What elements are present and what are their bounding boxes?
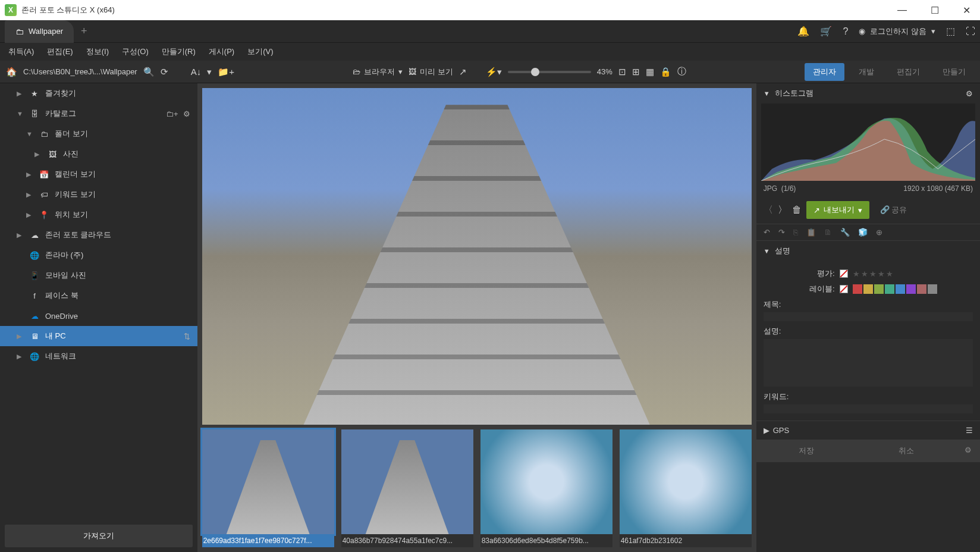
share-button[interactable]: 🔗 공유 <box>874 201 913 219</box>
color-swatch[interactable] <box>928 284 937 294</box>
nav-catalog[interactable]: ▼🗄카탈로그🗀+⚙ <box>0 104 197 124</box>
close-button[interactable]: ✕ <box>958 2 975 18</box>
color-swatch[interactable] <box>863 284 873 294</box>
wrench-icon[interactable]: 🔧 <box>840 228 850 237</box>
nav-label: OneDrive <box>45 312 78 321</box>
export-button[interactable]: ↗ 내보내기 ▾ <box>806 201 869 219</box>
keywords-input[interactable] <box>764 404 973 413</box>
gear-icon[interactable]: ⚙ <box>183 109 190 118</box>
color-swatch[interactable] <box>874 284 884 294</box>
nav-my-pc[interactable]: ▶🖥내 PC⇅ <box>0 326 197 346</box>
preview-area[interactable] <box>202 88 752 425</box>
nav-onedrive[interactable]: ☁OneDrive <box>0 306 197 326</box>
mode-editor[interactable]: 편집기 <box>888 63 928 81</box>
menu-organize[interactable]: 구성(O) <box>122 46 149 57</box>
info-icon[interactable]: ⓘ <box>677 66 686 77</box>
login-status[interactable]: ◉ 로그인하지 않음 ▾ <box>859 26 935 37</box>
menu-view[interactable]: 보기(V) <box>247 46 273 57</box>
help-icon[interactable]: ? <box>843 26 848 37</box>
sort-icon[interactable]: ⇅ <box>184 332 190 341</box>
menu-create[interactable]: 만들기(R) <box>162 46 196 57</box>
new-folder-icon[interactable]: 📁+ <box>218 67 234 77</box>
nav-zoner-cloud[interactable]: ▶☁존러 포토 클라우드 <box>0 225 197 245</box>
sort-icon[interactable]: A↓ <box>191 67 202 77</box>
thumbnail-item[interactable]: 2e669ad33f1fae1f7ee9870c727f... <box>202 429 334 547</box>
add-folder-icon[interactable]: 🗀+ <box>166 109 178 118</box>
fullscreen-icon[interactable]: ⛶ <box>966 26 975 37</box>
flash-icon[interactable]: ⚡▾ <box>486 67 502 77</box>
tab-wallpaper[interactable]: 🗀 Wallpaper <box>5 20 74 43</box>
rotate-left-icon[interactable]: ↶ <box>764 228 770 237</box>
delete-button[interactable]: 🗑 <box>792 205 802 215</box>
thumbnail-item[interactable]: 83a66306d6ed8e5b4d8f5e759b... <box>480 429 612 547</box>
thumbnail-name: 461af7db2b231602 <box>620 534 752 547</box>
no-label-icon[interactable] <box>840 285 848 293</box>
maximize-button[interactable]: ☐ <box>926 2 944 18</box>
browser-mode-button[interactable]: 🗁 브라우저 ▾ <box>353 67 403 77</box>
mode-manager[interactable]: 관리자 <box>805 63 844 81</box>
zoom-slider[interactable] <box>508 71 591 73</box>
color-swatch[interactable] <box>917 284 926 294</box>
color-swatch[interactable] <box>853 284 862 294</box>
grid-icon[interactable]: ▦ <box>646 67 654 77</box>
histogram-header[interactable]: ▼ 히스토그램 ⚙ <box>756 83 980 104</box>
import-button[interactable]: 가져오기 <box>5 525 193 547</box>
cancel-button[interactable]: 취소 <box>856 440 956 462</box>
external-icon[interactable]: ↗ <box>459 67 467 77</box>
cloud-icon: ☁ <box>29 231 40 240</box>
menu-publish[interactable]: 게시(P) <box>209 46 234 57</box>
nav-label: 사진 <box>63 149 78 159</box>
refresh-icon[interactable]: ⟳ <box>161 67 168 77</box>
prev-button[interactable]: 〈 <box>764 204 773 217</box>
home-icon[interactable]: 🏠 <box>6 67 17 77</box>
nav-mobile[interactable]: 📱모바일 사진 <box>0 265 197 286</box>
sort-options-icon[interactable]: ▾ <box>207 67 212 77</box>
actual-size-icon[interactable]: ⊞ <box>632 67 640 77</box>
cart-icon[interactable]: 🛒 <box>820 26 832 37</box>
rotate-right-icon[interactable]: ↷ <box>778 228 785 237</box>
path-display[interactable]: C:\Users\B0N_treeJ\...\Wallpaper <box>23 67 137 76</box>
thumbnail-strip: 2e669ad33f1fae1f7ee9870c727f...40a836b77… <box>202 429 752 547</box>
gps-header[interactable]: ▶ GPS ☰ <box>756 421 980 440</box>
mode-develop[interactable]: 개발 <box>850 63 882 81</box>
menu-icon[interactable]: ☰ <box>966 426 973 435</box>
add-icon[interactable]: ⊕ <box>876 228 882 237</box>
preview-mode-button[interactable]: 🖼 미리 보기 <box>409 67 453 77</box>
nav-zonerama[interactable]: 🌐존라마 (주) <box>0 245 197 265</box>
thumbnail-item[interactable]: 40a836b77b928474a55a1fec7c9... <box>341 429 473 547</box>
lock-icon[interactable]: 🔒 <box>660 67 671 77</box>
menu-edit[interactable]: 편집(E) <box>47 46 73 57</box>
no-rating-icon[interactable] <box>840 269 848 278</box>
search-icon[interactable]: 🔍 <box>143 67 155 77</box>
fit-icon[interactable]: ⊡ <box>618 67 626 77</box>
nav-locations[interactable]: ▶📍위치 보기 <box>0 205 197 225</box>
rating-stars[interactable]: ★★★★★ <box>853 269 894 278</box>
save-button[interactable]: 저장 <box>756 440 856 462</box>
chevron-right-icon: ▶ <box>764 426 769 435</box>
settings-button[interactable]: ⚙ <box>956 440 980 462</box>
nav-facebook[interactable]: f페이스 북 <box>0 286 197 306</box>
color-swatch[interactable] <box>906 284 916 294</box>
description-header[interactable]: ▼ 설명 <box>756 241 980 261</box>
mode-create[interactable]: 만들기 <box>934 63 974 81</box>
menu-acquire[interactable]: 취득(A) <box>8 46 34 57</box>
cube-icon[interactable]: 🧊 <box>858 228 868 237</box>
nav-favorites[interactable]: ▶★즐겨찾기 <box>0 83 197 104</box>
thumbnail-item[interactable]: 461af7db2b231602 <box>620 429 752 547</box>
nav-calendar[interactable]: ▶📅캘린더 보기 <box>0 164 197 184</box>
title-input[interactable] <box>764 312 973 321</box>
nav-folder-view[interactable]: ▼🗀폴더 보기 <box>0 124 197 144</box>
display-icon[interactable]: ⬚ <box>946 26 955 37</box>
nav-network[interactable]: ▶🌐네트워크 <box>0 346 197 366</box>
next-button[interactable]: 〉 <box>778 204 787 217</box>
menu-info[interactable]: 정보(I) <box>86 46 109 57</box>
minimize-button[interactable]: — <box>893 2 912 18</box>
gear-icon[interactable]: ⚙ <box>966 89 973 98</box>
bell-icon[interactable]: 🔔 <box>797 26 809 37</box>
nav-keywords[interactable]: ▶🏷키워드 보기 <box>0 184 197 205</box>
color-swatch[interactable] <box>885 284 894 294</box>
description-input[interactable] <box>764 339 973 387</box>
color-swatch[interactable] <box>896 284 905 294</box>
nav-photos[interactable]: ▶🖼사진 <box>0 144 197 164</box>
tab-add-button[interactable]: + <box>81 25 87 37</box>
